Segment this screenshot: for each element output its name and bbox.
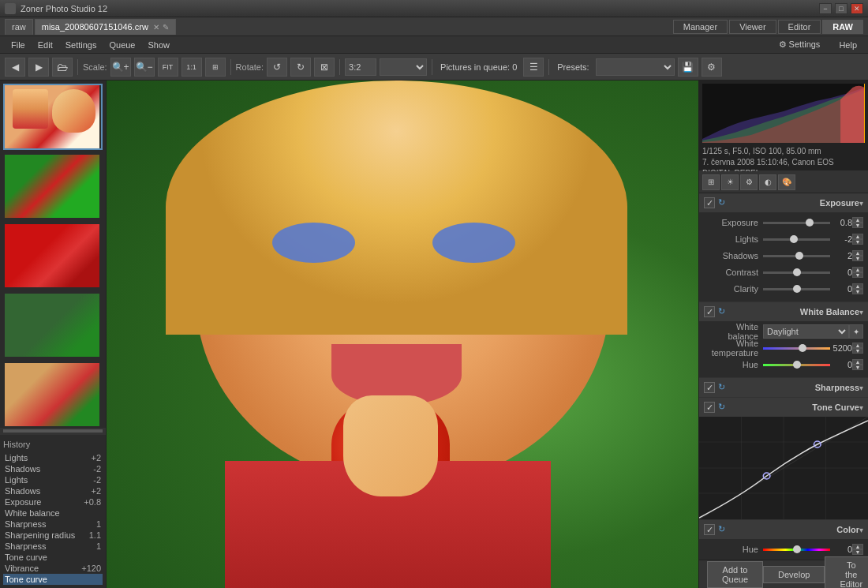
thumbnail-scrollbar[interactable] bbox=[0, 428, 106, 434]
contrast-slider[interactable] bbox=[763, 272, 830, 274]
color-hue-spin-down[interactable]: ▼ bbox=[852, 549, 863, 555]
history-item-7[interactable]: Sharpness 1 bbox=[3, 519, 103, 530]
zoom-out-button[interactable]: 🔍− bbox=[134, 58, 155, 77]
lights-spin-down[interactable]: ▼ bbox=[852, 239, 863, 245]
color-hue-slider[interactable] bbox=[763, 549, 830, 551]
tab-editor[interactable]: Editor bbox=[778, 20, 821, 34]
menu-help[interactable]: Help bbox=[832, 39, 863, 51]
exposure-spin-up[interactable]: ▲ bbox=[852, 217, 863, 223]
sharpness-check[interactable]: ✓ bbox=[704, 382, 715, 393]
rotate-left-button[interactable]: ↺ bbox=[267, 58, 287, 77]
panel-tool-3[interactable]: ⚙ bbox=[740, 174, 758, 190]
clarity-spin-up[interactable]: ▲ bbox=[852, 283, 863, 289]
history-item-5[interactable]: Exposure +0.8 bbox=[3, 496, 103, 507]
exposure-arrow[interactable]: ▾ bbox=[859, 199, 863, 208]
close-button[interactable]: ✕ bbox=[851, 3, 863, 14]
ratio-input[interactable] bbox=[345, 58, 376, 76]
thumbnail-list[interactable] bbox=[0, 81, 106, 428]
add-to-queue-button[interactable]: Add to Queue bbox=[707, 561, 763, 588]
wb-temp-spin-up[interactable]: ▲ bbox=[852, 343, 863, 348]
tone-curve-header[interactable]: ✓ ↻ Tone Curve ▾ bbox=[699, 398, 868, 417]
sharpness-header[interactable]: ✓ ↻ Sharpness ▾ bbox=[699, 378, 868, 397]
folder-button[interactable]: 🗁 bbox=[52, 58, 73, 77]
history-item-3[interactable]: Lights -2 bbox=[3, 474, 103, 485]
exposure-slider[interactable] bbox=[763, 222, 830, 224]
contrast-spin-down[interactable]: ▼ bbox=[852, 272, 863, 278]
rotate-right-button[interactable]: ↻ bbox=[290, 58, 311, 77]
history-item-2[interactable]: Shadows -2 bbox=[3, 463, 103, 474]
develop-button[interactable]: Develop bbox=[763, 566, 825, 583]
tone-curve-arrow[interactable]: ▾ bbox=[859, 403, 863, 412]
wb-preset-select[interactable]: Daylight Cloudy Shade Tungsten bbox=[763, 324, 849, 339]
history-item-6[interactable]: White balance bbox=[3, 507, 103, 519]
history-item-8[interactable]: Sharpening radius 1.1 bbox=[3, 530, 103, 541]
panel-tool-4[interactable]: ◐ bbox=[759, 174, 776, 190]
wb-temp-slider[interactable] bbox=[763, 347, 830, 350]
tone-curve-check[interactable]: ✓ bbox=[704, 402, 715, 413]
menu-queue[interactable]: Queue bbox=[103, 39, 141, 51]
history-item-12[interactable]: Tone curve bbox=[3, 574, 103, 585]
wb-header[interactable]: ✓ ↻ White Balance ▾ bbox=[699, 302, 868, 321]
wb-check[interactable]: ✓ bbox=[704, 306, 715, 317]
sharpness-refresh[interactable]: ↻ bbox=[718, 382, 729, 393]
file-tab[interactable]: misa_20080607151046.crw ✕ ✎ bbox=[35, 19, 176, 35]
menu-file[interactable]: File bbox=[5, 39, 32, 51]
color-check[interactable]: ✓ bbox=[704, 524, 715, 535]
shadows-slider[interactable] bbox=[763, 255, 830, 257]
fit-button[interactable]: FIT bbox=[158, 58, 178, 77]
tab-raw[interactable]: RAW bbox=[822, 20, 863, 34]
shadows-spin-up[interactable]: ▲ bbox=[852, 250, 863, 256]
history-item-9[interactable]: Sharpness 1 bbox=[3, 541, 103, 552]
tab-viewer[interactable]: Viewer bbox=[729, 20, 776, 34]
panel-tool-2[interactable]: ☀ bbox=[721, 174, 739, 190]
exposure-refresh[interactable]: ↻ bbox=[718, 197, 729, 208]
clarity-spin-down[interactable]: ▼ bbox=[852, 289, 863, 294]
presets-select[interactable] bbox=[596, 58, 675, 76]
color-header[interactable]: ✓ ↻ Color ▾ bbox=[699, 520, 868, 539]
forward-button[interactable]: ▶ bbox=[28, 58, 49, 77]
back-button[interactable]: ◀ bbox=[5, 58, 25, 77]
ratio-select[interactable] bbox=[380, 58, 427, 76]
crop-button[interactable]: ⊠ bbox=[314, 58, 335, 77]
sharpness-arrow[interactable]: ▾ bbox=[859, 384, 863, 392]
wb-temp-spin-down[interactable]: ▼ bbox=[852, 348, 863, 354]
history-item-1[interactable]: Lights +2 bbox=[3, 452, 103, 463]
thumbnail-4[interactable] bbox=[3, 292, 103, 358]
preset-manage-button[interactable]: ⚙ bbox=[702, 58, 722, 77]
tab-close-icon[interactable]: ✕ bbox=[153, 23, 159, 32]
contrast-spin-up[interactable]: ▲ bbox=[852, 267, 863, 272]
color-arrow[interactable]: ▾ bbox=[859, 526, 863, 534]
exposure-check[interactable]: ✓ bbox=[704, 197, 715, 208]
minimize-button[interactable]: − bbox=[819, 3, 832, 14]
history-item-4[interactable]: Shadows +2 bbox=[3, 485, 103, 496]
history-item-11[interactable]: Vibrance +120 bbox=[3, 563, 103, 574]
wb-hue-spin-down[interactable]: ▼ bbox=[852, 365, 863, 370]
wb-eyedropper-button[interactable]: ✦ bbox=[849, 324, 863, 339]
thumbnail-1[interactable] bbox=[3, 84, 103, 150]
lights-slider[interactable] bbox=[763, 238, 830, 241]
color-refresh[interactable]: ↻ bbox=[718, 524, 729, 535]
tone-curve-refresh[interactable]: ↻ bbox=[718, 402, 729, 413]
exposure-header[interactable]: ✓ ↻ Exposure ▾ bbox=[699, 193, 868, 212]
wb-arrow[interactable]: ▾ bbox=[859, 308, 863, 316]
maximize-button[interactable]: □ bbox=[835, 3, 847, 14]
history-item-10[interactable]: Tone curve bbox=[3, 552, 103, 563]
tab-manager[interactable]: Manager bbox=[673, 20, 728, 34]
tone-curve-canvas[interactable] bbox=[699, 417, 868, 519]
exposure-spin-down[interactable]: ▼ bbox=[852, 223, 863, 228]
lights-spin-up[interactable]: ▲ bbox=[852, 234, 863, 239]
menu-settings[interactable]: Settings bbox=[59, 39, 103, 51]
menu-settings-right[interactable]: ⚙ Settings bbox=[773, 38, 827, 51]
thumbnail-3[interactable] bbox=[3, 223, 103, 289]
actual-size-button[interactable]: 1:1 bbox=[181, 58, 202, 77]
wb-hue-slider[interactable] bbox=[763, 364, 830, 366]
thumbnail-2[interactable] bbox=[3, 153, 103, 219]
wb-hue-spin-up[interactable]: ▲ bbox=[852, 359, 863, 365]
shadows-spin-down[interactable]: ▼ bbox=[852, 256, 863, 261]
menu-show[interactable]: Show bbox=[141, 39, 176, 51]
preset-save-button[interactable]: 💾 bbox=[678, 58, 698, 77]
folder-tab[interactable]: raw bbox=[5, 19, 33, 35]
panel-tool-1[interactable]: ⊞ bbox=[702, 174, 720, 190]
clarity-slider[interactable] bbox=[763, 288, 830, 290]
queue-button[interactable]: ☰ bbox=[523, 58, 544, 77]
